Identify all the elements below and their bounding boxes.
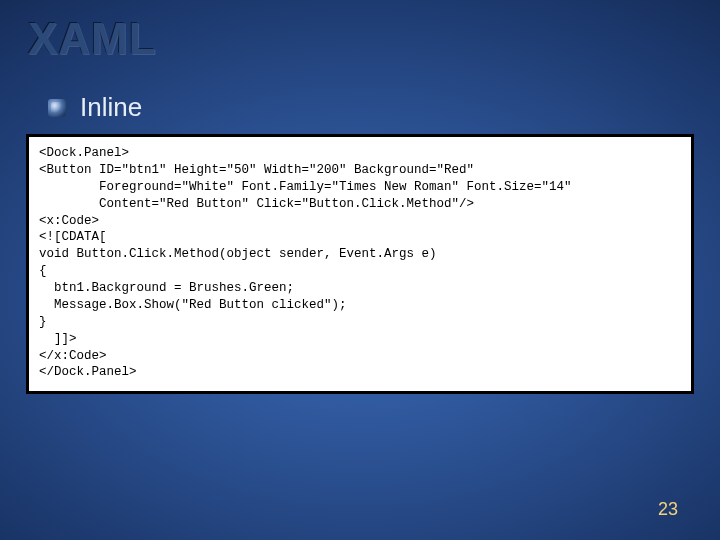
page-number: 23 (658, 499, 678, 520)
code-content: <Dock.Panel> <Button ID="btn1" Height="5… (39, 145, 681, 381)
code-block: <Dock.Panel> <Button ID="btn1" Height="5… (26, 134, 694, 394)
bullet-row: Inline (48, 92, 142, 123)
slide-title: XAML (28, 14, 157, 64)
bullet-icon (48, 99, 66, 117)
bullet-text: Inline (80, 92, 142, 123)
